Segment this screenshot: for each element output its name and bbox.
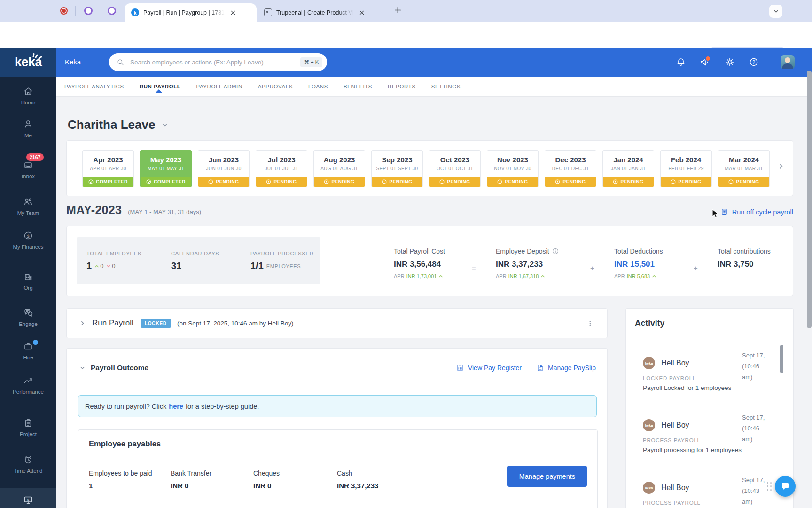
sidebar-item-home[interactable]: Home xyxy=(0,86,56,105)
avatar: keka xyxy=(643,482,655,494)
alert-circle-icon xyxy=(671,179,676,184)
close-tab-icon[interactable] xyxy=(357,8,367,17)
tab-benefits[interactable]: BENEFITS xyxy=(344,84,372,89)
sidebar-item-time-attend[interactable]: Time Attend xyxy=(0,454,56,474)
guide-here-link[interactable]: here xyxy=(169,403,183,410)
calendar-days-value: 31 xyxy=(171,261,181,271)
recording-indicator-icon[interactable] xyxy=(60,7,68,15)
help-icon[interactable] xyxy=(744,53,763,71)
sidebar-item-performance[interactable]: Performance xyxy=(0,375,56,395)
manage-payments-button[interactable]: Manage payments xyxy=(508,466,587,487)
pinned-extension-icon[interactable] xyxy=(108,7,116,15)
sidebar-item-inbox[interactable]: 2167 Inbox xyxy=(0,160,56,179)
tab-approvals[interactable]: APPROVALS xyxy=(258,84,293,89)
activity-entry: Sept 17, (10:43 am) keka Hell Boy PROCES… xyxy=(643,475,779,506)
sidebar-item-payroll-active[interactable] xyxy=(0,488,56,508)
check-circle-icon xyxy=(88,179,94,184)
search-icon xyxy=(117,58,125,66)
settings-gear-icon[interactable] xyxy=(720,53,739,71)
month-card-sep-2023[interactable]: Sep 2023 SEPT 01-SEPT 30 PENDING xyxy=(371,150,423,187)
chat-support-button[interactable] xyxy=(775,476,796,497)
total-deductions-link[interactable]: INR 15,501 xyxy=(614,260,663,269)
sidebar-item-org[interactable]: Org xyxy=(0,271,56,291)
tab-payroll-admin[interactable]: PAYROLL ADMIN xyxy=(196,84,242,89)
tab-run-payroll[interactable]: RUN PAYROLL xyxy=(140,84,181,89)
month-card-apr-2023[interactable]: Apr 2023 APR 01-APR 30 COMPLETED xyxy=(82,150,134,187)
month-card-aug-2023[interactable]: Aug 2023 AUG 01-AUG 31 PENDING xyxy=(313,150,365,187)
tab-title: Payroll | Run | Paygroup | 1781 xyxy=(143,9,225,16)
down-chevron-icon xyxy=(106,264,111,269)
sidebar-item-hire[interactable]: Hire xyxy=(0,341,56,360)
manage-payslip-link[interactable]: Manage PaySlip xyxy=(536,364,596,372)
mouse-cursor xyxy=(711,209,721,221)
run-off-cycle-payroll-link[interactable]: Run off cycle payroll xyxy=(720,208,793,216)
payroll-outcome-title: Payroll Outcome xyxy=(91,364,148,372)
keka-favicon: k xyxy=(131,8,139,16)
up-chevron-icon[interactable] xyxy=(438,274,443,278)
close-tab-icon[interactable] xyxy=(228,8,238,17)
collapse-chevron-icon[interactable] xyxy=(79,365,86,371)
sidebar-item-engage[interactable]: Engage xyxy=(0,307,56,327)
performance-trend-icon xyxy=(23,375,33,386)
new-tab-button[interactable] xyxy=(394,6,402,14)
global-search[interactable]: ⌘ + K xyxy=(109,53,327,71)
inbox-count-badge: 2167 xyxy=(26,153,44,161)
pinned-extension-icon[interactable] xyxy=(84,7,93,15)
up-chevron-icon[interactable] xyxy=(652,274,656,278)
widget-drag-handle[interactable] xyxy=(766,481,773,492)
month-card-nov-2023[interactable]: Nov 2023 NOV 01-NOV 30 PENDING xyxy=(487,150,539,187)
month-card-dec-2023[interactable]: Dec 2023 DEC 01-DEC 31 PENDING xyxy=(545,150,596,187)
month-card-may-2023-selected[interactable]: May 2023 MAY 01-MAY 31 COMPLETED xyxy=(140,150,192,187)
tab-search-button[interactable] xyxy=(769,5,782,18)
avatar: keka xyxy=(643,419,655,431)
view-pay-register-link[interactable]: View Pay Register xyxy=(456,364,522,372)
month-card-oct-2023[interactable]: Oct 2023 OCT 01-OCT 31 PENDING xyxy=(429,150,481,187)
payroll-cycle-strip: Apr 2023 APR 01-APR 30 COMPLETED May 202… xyxy=(66,140,793,196)
sidebar-item-my-team[interactable]: My Team xyxy=(0,197,56,216)
alert-circle-icon xyxy=(555,179,560,184)
page-scrollbar[interactable] xyxy=(807,71,812,328)
tab-payroll-analytics[interactable]: PAYROLL ANALYTICS xyxy=(64,84,124,89)
paygroup-title-dropdown[interactable]: Charitha Leave xyxy=(68,118,168,132)
month-card-jun-2023[interactable]: Jun 2023 JUN 01-JUN 30 PENDING xyxy=(198,150,250,187)
tab-reports[interactable]: REPORTS xyxy=(388,84,416,89)
run-payroll-menu-icon[interactable] xyxy=(586,320,594,327)
activity-timestamp: Sept 17, (10:43 am) xyxy=(742,475,765,507)
alert-circle-icon xyxy=(382,179,387,184)
month-card-mar-2024[interactable]: Mar 2024 MAR 01-MAR 31 PENDING xyxy=(718,150,770,187)
employee-stats-box: TOTAL EMPLOYEES 1 0 0 CALENDAR DAYS 31 P… xyxy=(77,237,320,284)
plus-operator: + xyxy=(590,264,594,272)
announcements-icon[interactable] xyxy=(695,53,714,71)
plus-operator: + xyxy=(694,264,698,272)
payroll-processed-stat: PAYROLL PROCESSED 1/1 EMPLOYEES xyxy=(250,251,313,271)
month-card-jan-2024[interactable]: Jan 2024 JAN 01-JAN 31 PENDING xyxy=(602,150,654,187)
activity-title: Activity xyxy=(635,318,664,328)
total-employees-value: 1 xyxy=(86,261,92,271)
notifications-bell-icon[interactable] xyxy=(671,53,690,71)
total-contributions-value: INR 3,750 xyxy=(718,260,771,269)
inbox-icon xyxy=(23,160,33,170)
sidebar-item-project[interactable]: Project xyxy=(0,418,56,437)
search-input[interactable] xyxy=(129,58,300,66)
tab-settings[interactable]: SETTINGS xyxy=(431,84,461,89)
up-chevron-icon[interactable] xyxy=(540,274,545,278)
search-shortcut-badge: ⌘ + K xyxy=(300,57,322,67)
browser-tab-payroll[interactable]: k Payroll | Run | Paygroup | 1781 xyxy=(125,3,257,22)
browser-tab-trupeer[interactable]: Trupeer.ai | Create Product Vi xyxy=(258,3,386,22)
next-months-chevron[interactable] xyxy=(777,162,785,170)
month-card-jul-2023[interactable]: Jul 2023 JUL 01-JUL 31 PENDING xyxy=(256,150,307,187)
sidebar-item-my-finances[interactable]: My Finances xyxy=(0,230,56,250)
sidebar-item-me[interactable]: Me xyxy=(0,119,56,138)
tab-loans[interactable]: LOANS xyxy=(308,84,328,89)
payroll-outcome-header[interactable]: Payroll Outcome xyxy=(79,364,148,372)
activity-panel: Activity Sept 17, (10:46 am) keka Hell B… xyxy=(625,308,794,508)
activity-scrollbar[interactable] xyxy=(780,345,783,373)
activity-description: Payroll Locked for 1 employees xyxy=(643,384,779,391)
user-avatar[interactable] xyxy=(781,55,795,69)
month-card-feb-2024[interactable]: Feb 2024 FEB 01-FEB 29 PENDING xyxy=(660,150,712,187)
info-icon[interactable] xyxy=(552,248,559,254)
browser-toolbar: https://csdemo.keka.com/#/payroll/run/pa… xyxy=(0,22,812,48)
expand-chevron-icon[interactable] xyxy=(79,320,86,326)
status-badge: PENDING xyxy=(545,177,596,187)
keka-logo[interactable]: keka xyxy=(0,48,56,77)
